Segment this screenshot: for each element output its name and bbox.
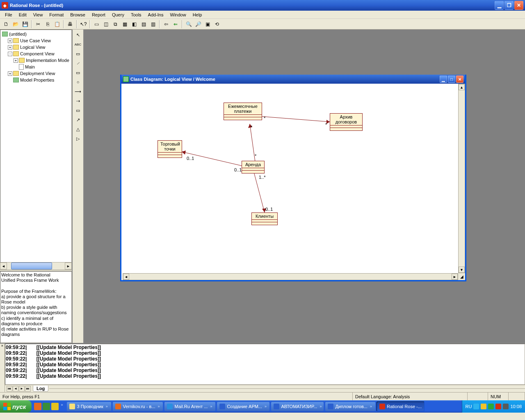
canvas-hscrollbar[interactable]: ◄ ► (123, 273, 458, 280)
child-minimize-button[interactable]: ▁ (440, 75, 447, 83)
text-tool[interactable]: ABC (73, 40, 82, 49)
interface-tool[interactable]: ○ (73, 78, 82, 87)
scroll-right-button[interactable]: ► (65, 262, 72, 269)
minimize-button[interactable]: ▁ (495, 1, 504, 10)
new-button[interactable]: 🗋 (2, 20, 11, 29)
scroll-left-button[interactable]: ◄ (0, 262, 7, 269)
tray-icon[interactable] (481, 404, 486, 409)
class-tool[interactable]: ▭ (73, 68, 82, 77)
documentation-panel[interactable]: Welcome to the Rational Unified Process … (0, 271, 72, 343)
log-first-button[interactable]: ⏮ (7, 386, 12, 392)
diagram1-button[interactable]: ▭ (92, 20, 101, 29)
menu-window[interactable]: Window (167, 11, 189, 18)
ql-icon[interactable] (34, 403, 41, 410)
taskbar-button[interactable]: Rational Rose -... (377, 402, 425, 411)
note-tool[interactable]: ▭ (73, 49, 82, 58)
anchor-tool[interactable]: ⟋ (73, 59, 82, 68)
diagram3-button[interactable]: ⧉ (111, 20, 120, 29)
tree-item[interactable]: Main (1, 64, 71, 70)
open-button[interactable]: 📂 (11, 20, 20, 29)
tree-item[interactable]: Model Properties (1, 77, 71, 83)
log-output[interactable]: 09:59:22| [[Update Model Properties]]09:… (5, 344, 525, 385)
class-rent[interactable]: Аренда (242, 161, 265, 173)
class-sales-points[interactable]: Торговый точки (158, 140, 182, 158)
tree-item[interactable]: +Use Case View (1, 37, 71, 44)
diagram6-button[interactable]: ▤ (139, 20, 148, 29)
close-button[interactable]: ✕ (514, 1, 523, 10)
package-tool[interactable]: ▭ (73, 106, 82, 115)
maximize-button[interactable]: ❐ (504, 1, 514, 10)
canvas-vscrollbar[interactable]: ▲ ▼ (458, 84, 465, 273)
diagram2-button[interactable]: ◫ (101, 20, 110, 29)
depend-tool[interactable]: ↗ (73, 115, 82, 124)
menu-view[interactable]: View (30, 11, 46, 18)
log-next-button[interactable]: ► (19, 386, 25, 392)
tree-root[interactable]: (untitled) (1, 31, 71, 37)
tree-scrollbar[interactable]: ◄ ► (0, 262, 72, 269)
menu-addins[interactable]: Add-Ins (145, 11, 167, 18)
tray-icon[interactable] (473, 404, 479, 409)
taskbar-button[interactable]: Создание АРМ...» (217, 402, 270, 411)
pointer-tool[interactable]: ↖ (73, 30, 82, 39)
copy-button[interactable]: ⎘ (43, 20, 52, 29)
class-contract-archive[interactable]: Архив договоров (330, 113, 363, 131)
tray-icon[interactable] (495, 404, 501, 409)
browse-back-button[interactable]: ⇐ (171, 20, 180, 29)
taskbar-button[interactable]: Диплом готов...» (325, 402, 376, 411)
start-button[interactable]: пуск (0, 400, 32, 413)
tray-icon[interactable] (488, 404, 494, 409)
tree-item[interactable]: -Component View (1, 50, 71, 57)
zoom-in-button[interactable]: 🔍 (184, 20, 193, 29)
menu-edit[interactable]: Edit (16, 11, 30, 18)
diagram7-button[interactable]: ▥ (148, 20, 158, 29)
save-button[interactable]: 💾 (21, 20, 30, 29)
diagram4-button[interactable]: ▦ (120, 20, 129, 29)
diagram-canvas[interactable]: Ежемесячные платежи Архив договоров Торг… (123, 84, 458, 273)
paste-button[interactable]: 📋 (52, 20, 62, 29)
menu-file[interactable]: File (2, 11, 16, 18)
scroll-down-button[interactable]: ▼ (459, 267, 465, 273)
ql-icon[interactable] (51, 403, 59, 410)
scroll-up-button[interactable]: ▲ (459, 84, 465, 90)
scroll-right-button[interactable]: ► (452, 274, 458, 280)
browser-tree[interactable]: (untitled) +Use Case View +Logical View … (0, 30, 72, 262)
language-indicator[interactable]: RU (466, 404, 472, 409)
assoc2-tool[interactable]: ⇢ (73, 96, 82, 105)
taskbar-button[interactable]: Mail.Ru Агент ...» (164, 402, 216, 411)
menu-query[interactable]: Query (109, 11, 128, 18)
clock[interactable]: 10:08 (510, 404, 522, 409)
child-close-button[interactable]: ✕ (456, 75, 463, 83)
resize-grip[interactable]: ◢ (458, 273, 465, 280)
log-tab[interactable]: Log (33, 386, 48, 392)
menu-tools[interactable]: Tools (128, 11, 145, 18)
browse-prev-button[interactable]: ⇦ (162, 20, 171, 29)
log-last-button[interactable]: ⏭ (25, 386, 31, 392)
log-prev-button[interactable]: ◄ (13, 386, 18, 392)
diagram5-button[interactable]: ◧ (130, 20, 139, 29)
realize-tool[interactable]: ▷ (73, 134, 82, 143)
fit-button[interactable]: ▣ (203, 20, 212, 29)
menu-browse[interactable]: Browse (67, 11, 89, 18)
scroll-left-button[interactable]: ◄ (123, 274, 129, 280)
class-clients[interactable]: Клиенты (251, 212, 278, 225)
tree-item[interactable]: +Deployment View (1, 70, 71, 77)
log-close-button[interactable]: × (0, 344, 5, 392)
undo-zoom-button[interactable]: ⟲ (212, 20, 221, 29)
menu-help[interactable]: Help (189, 11, 205, 18)
taskbar-button[interactable]: Vernikov.ru - в...» (112, 402, 163, 411)
help-cursor-button[interactable]: ↖? (79, 20, 88, 29)
tray-icon[interactable] (503, 404, 509, 409)
taskbar-button[interactable]: 3 Проводник» (66, 402, 112, 411)
menu-report[interactable]: Report (89, 11, 109, 18)
child-maximize-button[interactable]: □ (448, 75, 455, 83)
cut-button[interactable]: ✂ (34, 20, 43, 29)
ql-overflow-icon[interactable]: » (61, 403, 63, 410)
menu-format[interactable]: Format (46, 11, 67, 18)
tree-item[interactable]: +Logical View (1, 44, 71, 50)
tree-item[interactable]: +Implementation Mode (1, 57, 71, 64)
scroll-thumb[interactable] (11, 262, 52, 269)
taskbar-button[interactable]: АВТОМАТИЗИР...» (271, 402, 324, 411)
assoc-tool[interactable]: ⟶ (73, 87, 82, 96)
diagram-titlebar[interactable]: Class Diagram: Logical View / Welcome ▁ … (121, 75, 465, 84)
print-button[interactable]: 🖶 (66, 20, 75, 29)
